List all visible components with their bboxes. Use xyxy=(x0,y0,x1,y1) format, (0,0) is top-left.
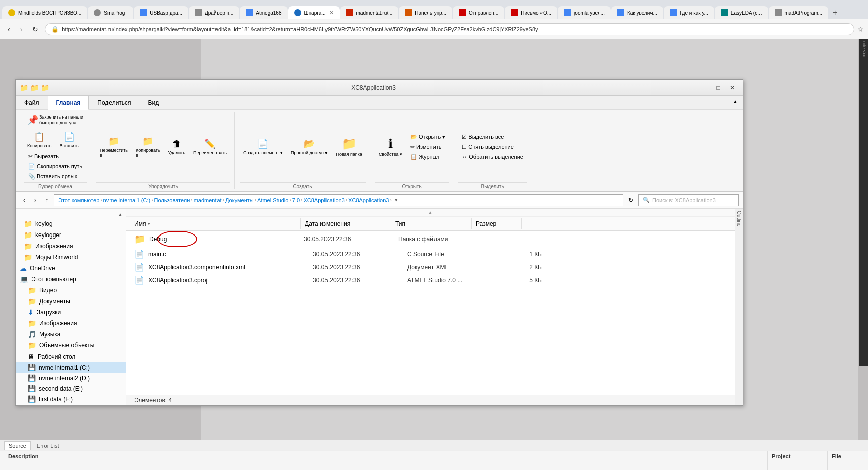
ribbon-btn-copy[interactable]: 📋 Копировать xyxy=(24,129,55,151)
back-button[interactable]: ‹ xyxy=(4,23,14,36)
nav-back-button[interactable]: ‹ xyxy=(20,195,29,206)
nav-forward-button[interactable]: › xyxy=(31,195,40,206)
sidebar-item-onedrive[interactable]: ☁ OneDrive xyxy=(16,263,126,274)
sidebar-item-thispc[interactable]: 💻 Этот компьютер xyxy=(16,274,126,285)
breadcrumb-dropdown[interactable]: ▾ xyxy=(395,197,398,203)
close-button[interactable]: ✕ xyxy=(726,83,739,93)
tab-atmega[interactable]: Atmega168 xyxy=(240,6,287,19)
col-header-type[interactable]: Тип xyxy=(391,218,472,229)
breadcrumb-item-xc8app2[interactable]: XC8Application3 xyxy=(348,197,389,203)
tab-letter[interactable]: Письмо «О... xyxy=(505,6,557,19)
sidebar-item-keylogger[interactable]: 📁 keylogger xyxy=(16,229,126,241)
sidebar-item-video[interactable]: 📁 Видео xyxy=(16,285,126,296)
tab-panel[interactable]: Панель упр... xyxy=(399,6,452,19)
maximize-button[interactable]: □ xyxy=(712,83,725,93)
ribbon-btn-new-folder[interactable]: 📁 Новая папка xyxy=(332,134,365,159)
sidebar-item-desktop[interactable]: 🖥 Рабочий стол xyxy=(16,351,126,362)
sidebar-item-music[interactable]: 🎵 Музыка xyxy=(16,329,126,340)
sidebar-item-second-data[interactable]: 💾 second data (E:) xyxy=(16,383,126,394)
address-bar[interactable]: 🔒 https://madmentat.ru/index.php/shparga… xyxy=(45,23,854,35)
outline-label[interactable]: Outline xyxy=(735,209,743,229)
sidebar-item-mods[interactable]: 📁 Моды Rimworld xyxy=(16,252,126,263)
tab-driver[interactable]: Драйвер п... xyxy=(189,6,239,19)
ribbon-btn-pin[interactable]: 📌 Закрепить на панелибыстрого доступа xyxy=(24,112,87,128)
sidebar-item-3d[interactable]: 📁 Объемные объекты xyxy=(16,340,126,351)
tab-joomla[interactable]: joomla увел... xyxy=(558,6,611,19)
breadcrumb-item-70[interactable]: 7.0 xyxy=(292,197,300,203)
sidebar-item-images[interactable]: 📁 Изображения xyxy=(16,241,126,252)
tab-easyeda[interactable]: EasyEDA (c... xyxy=(715,6,768,19)
breadcrumb-item-madmentat[interactable]: madmentat xyxy=(194,197,222,203)
folder-icon: 📁 xyxy=(28,297,36,305)
ribbon-btn-edit[interactable]: ✏ Изменить xyxy=(407,142,449,152)
ribbon-btn-paste[interactable]: 📄 Вставить xyxy=(56,129,82,151)
ribbon-tab-share[interactable]: Поделиться xyxy=(89,96,139,110)
ribbon-btn-delete[interactable]: 🗑 Удалить xyxy=(165,136,189,158)
bottom-col-project: Project xyxy=(768,451,828,470)
ribbon-btn-paste-link[interactable]: 📎 Вставить ярлык xyxy=(25,172,86,181)
nav-up-button[interactable]: ↑ xyxy=(42,195,52,206)
col-header-date[interactable]: Дата изменения xyxy=(301,218,391,229)
sidebar-item-downloads[interactable]: ⬇ Загрузки xyxy=(16,307,126,318)
sidebar-item-pictures[interactable]: 📁 Изображения xyxy=(16,318,126,329)
tab-where[interactable]: Где и как у... xyxy=(664,6,714,19)
tab-madmentat[interactable]: madmentat.ru/... xyxy=(340,6,399,19)
breadcrumb-item-atmel[interactable]: Atmel Studio xyxy=(257,197,288,203)
tab-shpargalka[interactable]: Шпарга... ✕ xyxy=(288,6,340,19)
file-row-mainc[interactable]: 📄 main.c 30.05.2023 22:36 C Source File … xyxy=(126,248,735,261)
error-list-tab[interactable]: Error List xyxy=(33,442,63,450)
tab-sinaprog[interactable]: SinaProg xyxy=(88,6,133,19)
bookmark-button[interactable]: ☆ xyxy=(857,25,864,33)
minimize-button[interactable]: — xyxy=(698,83,711,93)
sidebar-item-first-data[interactable]: 💾 first data (F:) xyxy=(16,394,126,404)
reload-button[interactable]: ↻ xyxy=(29,23,42,36)
ribbon-btn-new-item[interactable]: 📄 Создать элемент ▾ xyxy=(240,136,286,158)
ribbon-btn-easy-access[interactable]: 📂 Простой доступ ▾ xyxy=(287,136,331,158)
breadcrumb-item-nvme[interactable]: nvme internal1 (C:) xyxy=(103,197,151,203)
col-header-name[interactable]: Имя ▾ xyxy=(130,218,301,229)
breadcrumb-bar[interactable]: Этот компьютер › nvme internal1 (C:) › П… xyxy=(54,194,623,206)
sidebar-item-documents[interactable]: 📁 Документы xyxy=(16,296,126,307)
ribbon-btn-copy-path[interactable]: 📄 Скопировать путь xyxy=(25,162,86,171)
ribbon-btn-move[interactable]: 📁 Переместитьв xyxy=(96,133,131,160)
tab-sent[interactable]: Отправлен... xyxy=(453,6,504,19)
ribbon-btn-cut[interactable]: ✂ Вырезать xyxy=(25,152,86,161)
file-row-debug[interactable]: 📁 Debug 30.05.2023 22:36 Папка с файлами xyxy=(126,231,735,248)
ribbon-btn-properties[interactable]: ℹ Свойства ▾ xyxy=(375,134,406,159)
sidebar-item-keylog[interactable]: 📁 keylog xyxy=(16,218,126,229)
add-tab-button[interactable]: + xyxy=(829,6,841,19)
refresh-button[interactable]: ↻ xyxy=(625,195,636,206)
ribbon-expand[interactable]: ▲ xyxy=(728,96,743,109)
ribbon-tab-home[interactable]: Главная xyxy=(48,96,89,110)
breadcrumb-item-xc8app[interactable]: XC8Application3 xyxy=(303,197,344,203)
ribbon-btn-deselect[interactable]: ☐ Снять выделение xyxy=(458,142,527,152)
tab-madatprogram[interactable]: madAtProgram... xyxy=(769,6,829,19)
breadcrumb-item-users[interactable]: Пользователи xyxy=(154,197,190,203)
ribbon-btn-select-all[interactable]: ☑ Выделить все xyxy=(458,132,527,142)
file-row-cproj[interactable]: 📄 XC8Application3.cproj 30.05.2023 22:36… xyxy=(126,274,735,287)
tab-mindfields[interactable]: Mindfields ВОСПРОИЗВО... xyxy=(2,6,87,19)
ribbon-btn-history[interactable]: 📋 Журнал xyxy=(407,152,449,162)
forward-button[interactable]: › xyxy=(17,23,26,36)
ribbon-btn-rename[interactable]: ✏️ Переименовать xyxy=(190,136,230,158)
source-tab[interactable]: Source xyxy=(4,441,31,450)
breadcrumb-item-docs[interactable]: Документы xyxy=(225,197,254,203)
sidebar-item-apacer-i[interactable]: 💾 Apacer (I:) xyxy=(16,404,126,405)
close-icon[interactable]: ✕ xyxy=(329,10,334,16)
tab-usbasp[interactable]: USBasp дра... xyxy=(134,6,188,19)
col-header-size[interactable]: Размер xyxy=(472,218,522,229)
sidebar-item-nvme2[interactable]: 💾 nvme internal2 (D:) xyxy=(16,373,126,383)
search-bar[interactable]: 🔍 Поиск в: XC8Application3 xyxy=(638,194,739,206)
ribbon-tab-file[interactable]: Файл xyxy=(16,96,48,110)
sidebar-item-nvme1[interactable]: 💾 nvme internal1 (C:) xyxy=(16,362,126,373)
tab-howto[interactable]: Как увелич... xyxy=(611,6,663,19)
sidebar-scrollbar-up[interactable]: ▲ xyxy=(16,211,126,218)
folder-icon: 📁 xyxy=(24,253,32,261)
scroll-up-area[interactable]: ▲ xyxy=(126,209,735,217)
ribbon-btn-invert[interactable]: ↔ Обратить выделение xyxy=(458,152,527,161)
ribbon-btn-copy-to[interactable]: 📁 Копироватьв xyxy=(132,133,163,160)
ribbon-tab-view[interactable]: Вид xyxy=(140,96,168,110)
ribbon-btn-open[interactable]: 📂 Открыть ▾ xyxy=(407,132,449,142)
breadcrumb-item-computer[interactable]: Этот компьютер xyxy=(58,197,99,203)
file-row-componentinfo[interactable]: 📄 XC8Application3.componentinfo.xml 30.0… xyxy=(126,261,735,274)
